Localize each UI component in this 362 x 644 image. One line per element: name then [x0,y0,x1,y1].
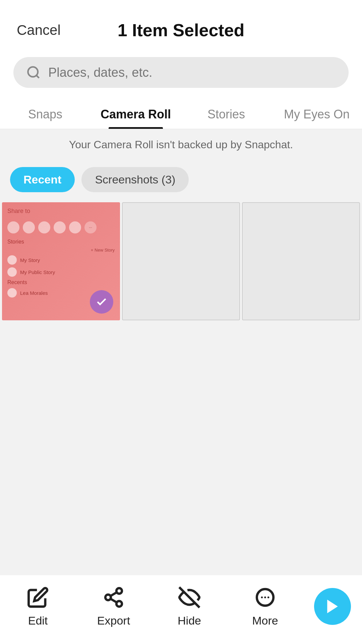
thumb-snap-icon [7,221,19,233]
edit-button[interactable]: Edit [11,585,65,627]
search-container [0,50,362,98]
edit-label: Edit [28,614,48,627]
thumb-stories-label: Stories [7,239,115,245]
selected-checkmark [90,290,113,314]
svg-line-1 [37,75,39,78]
hide-icon [177,585,201,609]
bottom-toolbar: Edit Export Hide [0,575,362,644]
more-label: More [252,614,278,627]
send-button[interactable] [314,588,351,625]
more-icon [253,585,277,609]
thumb-my-public-story: My Public Story [7,267,115,277]
thumb-new-story: + New Story [91,248,115,253]
chip-recent[interactable]: Recent [10,167,75,192]
export-icon [102,585,126,609]
tabs-container: Snaps Camera Roll Stories My Eyes On [0,98,362,129]
thumb-dc-icon [54,221,66,233]
page-title: 1 Item Selected [118,20,245,40]
tab-camera-roll[interactable]: Camera Roll [90,98,181,129]
svg-point-2 [116,588,122,594]
svg-line-5 [111,599,117,602]
cancel-button[interactable]: Cancel [17,22,61,38]
more-button[interactable]: More [238,585,292,627]
thumb-recents-label: Recents [7,279,115,285]
svg-point-9 [261,596,263,598]
svg-point-10 [264,596,266,598]
search-input[interactable] [48,65,337,80]
backup-notice: Your Camera Roll isn't backed up by Snap… [0,129,362,160]
thumb-more-icon: ··· [84,221,97,233]
thumb-contact-avatar [7,288,17,298]
grid-cell-3[interactable] [242,202,360,320]
search-icon [25,64,42,80]
thumb-public-avatar [7,267,17,277]
thumb-dl-icon [69,221,81,233]
svg-point-3 [105,595,111,600]
thumb-tg-icon [38,221,50,233]
tab-my-eyes-on[interactable]: My Eyes On [272,98,362,129]
thumb-share-row: Share to [7,208,115,215]
svg-point-11 [267,596,269,598]
filter-chips: Recent Screenshots (3) [0,160,362,199]
edit-icon [26,585,50,609]
thumb-my-story: My Story [7,255,115,265]
thumb-share-label: Share to [7,208,30,215]
export-label: Export [97,614,130,627]
hide-button[interactable]: Hide [163,585,216,627]
export-button[interactable]: Export [87,585,140,627]
svg-line-6 [111,592,117,596]
hide-label: Hide [178,614,201,627]
svg-marker-12 [327,599,338,613]
tab-snaps[interactable]: Snaps [0,98,90,129]
svg-point-0 [28,67,38,77]
thumb-fb-icon [23,221,35,233]
photo-grid: Share to ··· Stories + New Story My Stor… [0,199,362,324]
grid-cell-2[interactable] [122,202,240,320]
tab-stories[interactable]: Stories [181,98,272,129]
chip-screenshots[interactable]: Screenshots (3) [81,167,189,192]
search-bar [13,57,349,88]
grid-cell-1[interactable]: Share to ··· Stories + New Story My Stor… [2,202,120,320]
svg-point-4 [116,601,122,607]
thumb-my-story-avatar [7,255,17,265]
header: Cancel 1 Item Selected [0,0,362,50]
